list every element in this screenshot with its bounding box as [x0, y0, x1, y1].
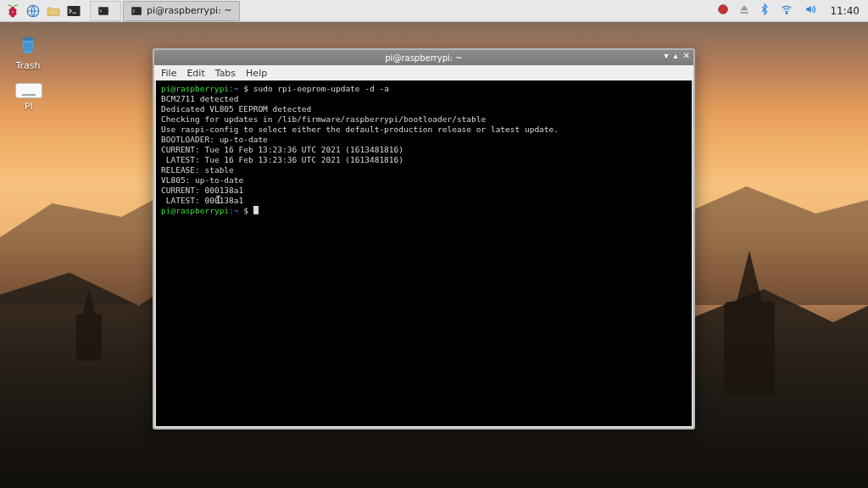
terminal-window: pi@raspberrypi: ~ ▾ ▴ ✕ File Edit Tabs H…	[153, 48, 695, 430]
svg-rect-8	[98, 7, 108, 14]
trash-icon	[15, 32, 41, 58]
terminal-command: sudo rpi-eeprom-update -d -a	[253, 84, 389, 93]
prompt-userhost: pi@raspberrypi	[161, 206, 229, 215]
menu-help[interactable]: Help	[246, 68, 267, 79]
top-panel: pi@raspberrypi: ~ 11:40	[0, 0, 868, 22]
raspberry-menu-icon[interactable]	[3, 2, 22, 20]
volume-icon[interactable]	[803, 3, 818, 18]
window-title: pi@raspberrypi: ~	[385, 53, 462, 63]
panel-clock[interactable]: 11:40	[830, 5, 860, 17]
terminal-output: BCM2711 detected Dedicated VL805 EEPROM …	[161, 94, 559, 205]
taskbar-tasks: pi@raspberrypi: ~	[90, 1, 240, 21]
minimize-button[interactable]: ▾	[665, 52, 669, 60]
window-titlebar[interactable]: pi@raspberrypi: ~ ▾ ▴ ✕	[154, 50, 693, 65]
terminal-icon	[131, 5, 142, 17]
record-icon[interactable]	[716, 3, 730, 19]
terminal-launcher-icon[interactable]	[64, 2, 83, 20]
taskbar-item-label: pi@raspberrypi: ~	[147, 5, 232, 16]
svg-rect-7	[68, 6, 81, 16]
file-manager-icon[interactable]	[44, 2, 63, 20]
terminal-pane[interactable]: pi@raspberrypi:~ $ sudo rpi-eeprom-updat…	[156, 80, 692, 426]
svg-point-5	[11, 14, 15, 18]
maximize-button[interactable]: ▴	[674, 52, 678, 60]
svg-point-2	[11, 6, 15, 10]
text-caret-icon: I	[215, 195, 221, 205]
desktop-icon-label: Trash	[15, 60, 40, 71]
terminal-cursor	[253, 206, 259, 214]
prompt-dollar: $	[239, 84, 253, 93]
desktop-icon-label: PI	[25, 101, 33, 112]
svg-point-12	[787, 13, 788, 14]
menu-tabs[interactable]: Tabs	[215, 68, 236, 79]
system-tray: 11:40	[716, 3, 860, 19]
window-menubar: File Edit Tabs Help	[154, 65, 693, 80]
eject-icon[interactable]	[738, 3, 750, 18]
drive-icon	[15, 83, 42, 98]
close-button[interactable]: ✕	[683, 52, 690, 60]
svg-rect-9	[131, 7, 142, 14]
desktop-icon-trash[interactable]: Trash	[15, 32, 41, 71]
web-browser-icon[interactable]	[24, 2, 42, 20]
taskbar-item-terminal-active[interactable]: pi@raspberrypi: ~	[123, 1, 240, 21]
menu-file[interactable]: File	[161, 68, 176, 79]
bluetooth-icon[interactable]	[759, 3, 771, 19]
desktop-icon-drive[interactable]: PI	[15, 78, 42, 112]
prompt-userhost: pi@raspberrypi	[161, 84, 229, 93]
wallpaper-temple	[76, 314, 102, 361]
wallpaper-temple	[724, 302, 775, 395]
prompt-dollar: $	[239, 206, 253, 215]
terminal-icon	[97, 5, 109, 17]
menu-edit[interactable]: Edit	[186, 68, 204, 79]
taskbar-item-terminal[interactable]	[90, 1, 121, 21]
wifi-icon[interactable]	[779, 3, 794, 18]
